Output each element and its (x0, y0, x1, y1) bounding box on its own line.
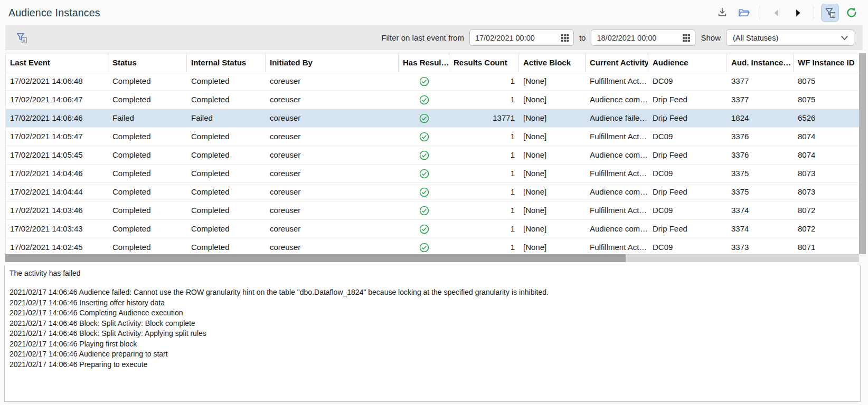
table-row[interactable]: 17/02/2021 14:04:44CompletedCompletedcor… (6, 183, 859, 201)
cell-wf-instance-id: 6526 (794, 109, 859, 127)
column-header-has-results[interactable]: Has Resul… (399, 53, 449, 72)
audience-instances-table: Last EventStatusInternal StatusInitiated… (5, 53, 859, 254)
date-from-field[interactable] (469, 30, 574, 46)
cell-status: Completed (108, 201, 187, 219)
check-circle-icon (419, 187, 429, 197)
date-to-input[interactable] (597, 34, 680, 42)
filter-toggle-button[interactable] (821, 4, 839, 22)
cell-wf-instance-id: 8075 (794, 91, 859, 109)
check-circle-icon (419, 206, 429, 216)
cell-current-activity: Audience com… (586, 91, 648, 109)
open-button[interactable] (735, 4, 753, 22)
table-row[interactable]: 17/02/2021 14:03:46CompletedCompletedcor… (6, 201, 859, 220)
table-row[interactable]: 17/02/2021 14:06:46FailedFailedcoreuser … (6, 109, 859, 128)
toolbar-separator (760, 6, 760, 20)
log-line: 2021/02/17 14:06:46 Playing first block (10, 339, 855, 350)
check-circle-icon (419, 76, 429, 86)
log-line: 2021/02/17 14:06:46 Completing Audience … (10, 308, 855, 319)
filter-label: Filter on last event from (381, 33, 464, 42)
status-filter-select[interactable]: (All Statuses) (726, 30, 854, 46)
cell-has-results (399, 183, 449, 201)
cell-initiated-by: coreuser (266, 201, 399, 219)
column-header-current-activity[interactable]: Current Activity (586, 53, 648, 72)
horizontal-scrollbar-thumb[interactable] (5, 254, 626, 262)
download-icon (716, 7, 728, 18)
cell-initiated-by: coreuser (266, 183, 399, 201)
date-to-field[interactable] (591, 30, 695, 46)
cell-has-results (399, 72, 449, 90)
cell-last-event: 17/02/2021 14:06:47 (6, 91, 108, 109)
cell-status: Failed (108, 109, 187, 127)
date-from-input[interactable] (475, 34, 558, 42)
filter-options-button[interactable] (13, 29, 31, 47)
log-line: 2021/02/17 14:06:46 Preparing to execute (10, 360, 855, 370)
download-button[interactable] (713, 4, 731, 22)
cell-audience: DC09 (648, 165, 727, 182)
cell-has-results (399, 201, 449, 219)
cell-results-count: 13771 (449, 109, 519, 127)
cell-audience: Drip Feed (648, 220, 727, 238)
check-circle-icon (419, 132, 429, 142)
cell-internal-status: Completed (187, 165, 266, 182)
cell-active-block: [None] (519, 183, 586, 201)
cell-current-activity: Audience com… (586, 146, 648, 164)
table-body: 17/02/2021 14:06:48CompletedCompletedcor… (6, 72, 859, 254)
date-to-picker-button[interactable] (682, 33, 691, 43)
toolbar-separator (814, 6, 814, 20)
cell-wf-instance-id: 8074 (794, 128, 859, 146)
cell-audience: Drip Feed (648, 183, 727, 201)
cell-initiated-by: coreuser (266, 72, 399, 90)
column-header-aud-instance[interactable]: Aud. Instance… (727, 53, 794, 72)
cell-active-block: [None] (519, 238, 586, 254)
cell-has-results (399, 146, 449, 164)
vertical-scrollbar[interactable] (859, 53, 866, 254)
cell-last-event: 17/02/2021 14:03:46 (6, 201, 108, 219)
cell-initiated-by: coreuser (266, 128, 399, 146)
check-circle-icon (419, 95, 429, 105)
cell-results-count: 1 (449, 72, 519, 90)
column-header-active-block[interactable]: Active Block (519, 53, 586, 72)
table-row[interactable]: 17/02/2021 14:06:48CompletedCompletedcor… (6, 72, 859, 91)
cell-status: Completed (108, 146, 187, 164)
table-row[interactable]: 17/02/2021 14:04:46CompletedCompletedcor… (6, 165, 859, 183)
forward-button[interactable] (789, 4, 807, 22)
cell-last-event: 17/02/2021 14:06:48 (6, 72, 108, 90)
date-from-picker-button[interactable] (560, 33, 570, 43)
cell-active-block: [None] (519, 91, 586, 109)
log-line: 2021/02/17 14:06:46 Audience preparing t… (10, 349, 855, 360)
cell-active-block: [None] (519, 165, 586, 182)
cell-wf-instance-id: 8073 (794, 183, 859, 201)
column-header-results-count[interactable]: Results Count (449, 53, 519, 72)
column-header-initiated-by[interactable]: Initiated By (266, 53, 399, 72)
cell-wf-instance-id: 8072 (794, 201, 859, 219)
horizontal-scrollbar[interactable] (5, 254, 859, 262)
cell-audience: DC09 (648, 238, 727, 254)
column-header-wf-instance-id[interactable]: WF Instance ID (794, 53, 860, 72)
cell-has-results (399, 91, 449, 109)
cell-active-block: [None] (519, 128, 586, 146)
cell-current-activity: Fulfillment Act… (586, 238, 648, 254)
table-row[interactable]: 17/02/2021 14:02:45CompletedCompletedcor… (6, 238, 859, 254)
cell-aud-instance: 3376 (727, 128, 794, 146)
table-row[interactable]: 17/02/2021 14:06:47CompletedCompletedcor… (6, 91, 859, 109)
column-header-last-event[interactable]: Last Event (6, 53, 108, 72)
cell-last-event: 17/02/2021 14:05:47 (6, 128, 108, 146)
cell-last-event: 17/02/2021 14:04:44 (6, 183, 108, 201)
table-row[interactable]: 17/02/2021 14:03:43CompletedCompletedcor… (6, 220, 859, 238)
detail-log: 2021/02/17 14:06:46 Audience failed: Can… (10, 287, 855, 370)
cell-has-results (399, 238, 449, 254)
table-row[interactable]: 17/02/2021 14:05:47CompletedCompletedcor… (6, 128, 859, 146)
column-header-audience[interactable]: Audience (648, 53, 727, 72)
vertical-scrollbar-thumb[interactable] (859, 53, 866, 254)
table-row[interactable]: 17/02/2021 14:05:45CompletedCompletedcor… (6, 146, 859, 165)
cell-internal-status: Completed (187, 146, 266, 164)
cell-active-block: [None] (519, 146, 586, 164)
column-header-internal-status[interactable]: Internal Status (187, 53, 266, 72)
cell-status: Completed (108, 72, 187, 90)
refresh-button[interactable] (843, 4, 861, 22)
column-header-status[interactable]: Status (108, 53, 187, 72)
back-button[interactable] (767, 4, 785, 22)
cell-internal-status: Completed (187, 128, 266, 146)
check-circle-icon (419, 150, 429, 160)
cell-status: Completed (108, 238, 187, 254)
